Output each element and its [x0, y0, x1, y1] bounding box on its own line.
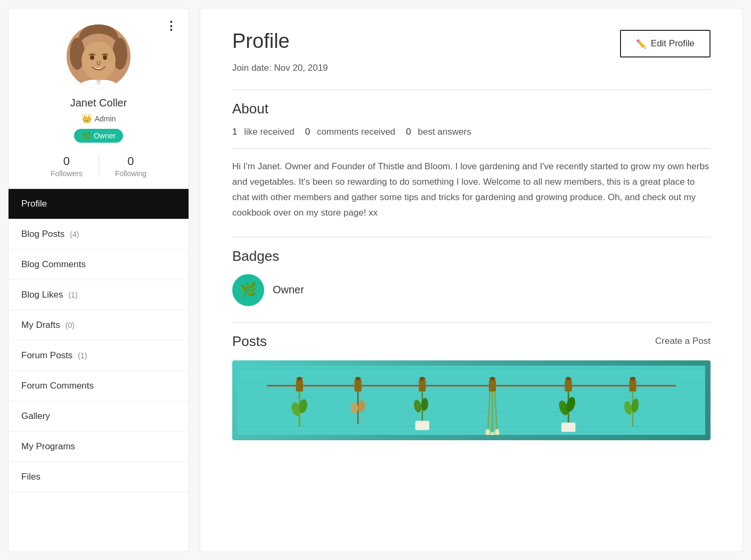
- svg-point-5: [81, 42, 116, 80]
- nav-label: My Programs: [21, 441, 75, 452]
- posts-header: Posts Create a Post: [232, 333, 711, 350]
- sidebar-item-gallery[interactable]: Gallery: [9, 401, 189, 432]
- svg-point-40: [566, 377, 572, 381]
- svg-rect-15: [296, 380, 303, 391]
- leaf-icon-badge: 🌿: [81, 131, 91, 140]
- pencil-icon: ✏️: [636, 39, 647, 49]
- bio-text: Hi I'm Janet. Owner and Founder of Thist…: [232, 159, 711, 221]
- sidebar-item-blog-comments[interactable]: Blog Comments: [9, 250, 189, 280]
- badge-circle: 🌿: [232, 274, 264, 306]
- divider-4: [232, 322, 711, 323]
- nav-count: (0): [66, 321, 75, 330]
- badge-name: Owner: [273, 284, 304, 296]
- followers-count: 0: [63, 154, 70, 168]
- about-title: About: [232, 101, 711, 117]
- follow-stats: 0 Followers 0 Following: [19, 154, 178, 178]
- sidebar-item-profile[interactable]: Profile: [9, 189, 189, 219]
- page-title: Profile: [232, 30, 290, 53]
- nav-label: Profile: [21, 199, 47, 209]
- about-section: About 1 like received0 comments received…: [232, 101, 711, 221]
- svg-point-21: [355, 377, 361, 381]
- nav-label: Files: [21, 472, 40, 482]
- stat-number-2: 0: [406, 127, 411, 137]
- stat-number-0: 1: [232, 127, 237, 137]
- svg-point-32: [489, 377, 495, 381]
- badges-section: Badges 🌿 Owner: [232, 248, 711, 306]
- sidebar-item-blog-likes[interactable]: Blog Likes(1): [9, 280, 189, 310]
- posts-title: Posts: [232, 333, 267, 350]
- svg-rect-44: [561, 422, 575, 432]
- profile-area: ⋮: [9, 9, 189, 189]
- owner-badge: 🌿 Owner: [74, 129, 123, 143]
- nav-label: Forum Posts: [21, 350, 72, 361]
- crown-icon: 👑: [81, 113, 92, 123]
- nav-label: Blog Likes: [21, 290, 63, 300]
- nav-label: Gallery: [21, 411, 50, 422]
- svg-rect-25: [419, 380, 426, 391]
- following-label: Following: [115, 169, 146, 178]
- edit-profile-button[interactable]: ✏️ Edit Profile: [620, 30, 711, 57]
- svg-point-46: [630, 377, 635, 381]
- posts-section: Posts Create a Post: [232, 333, 711, 440]
- nav-label: My Drafts: [21, 320, 60, 331]
- svg-rect-20: [355, 380, 362, 391]
- admin-label: Admin: [95, 114, 116, 123]
- sidebar-item-forum-posts[interactable]: Forum Posts(1): [9, 341, 189, 371]
- svg-point-6: [90, 55, 94, 60]
- nav-label: Blog Comments: [21, 259, 86, 270]
- sidebar-nav: ProfileBlog Posts(4)Blog CommentsBlog Li…: [9, 189, 189, 492]
- svg-point-7: [103, 55, 107, 60]
- sidebar-item-blog-posts[interactable]: Blog Posts(4): [9, 219, 189, 250]
- join-date: Join date: Nov 20, 2019: [232, 63, 711, 73]
- nav-label: Blog Posts: [21, 229, 64, 240]
- svg-rect-28: [415, 421, 429, 430]
- sidebar-item-forum-comments[interactable]: Forum Comments: [9, 371, 189, 401]
- svg-point-16: [297, 377, 303, 381]
- followers-label: Followers: [51, 169, 83, 178]
- nav-label: Forum Comments: [21, 381, 94, 391]
- svg-rect-39: [565, 380, 572, 391]
- following-count: 0: [127, 154, 134, 168]
- main-content: Profile ✏️ Edit Profile Join date: Nov 2…: [200, 8, 743, 552]
- svg-point-26: [419, 377, 425, 381]
- user-name: Janet Coller: [70, 97, 127, 109]
- followers-stat[interactable]: 0 Followers: [35, 154, 99, 178]
- nav-count: (1): [68, 291, 77, 299]
- following-stat[interactable]: 0 Following: [99, 154, 162, 178]
- sidebar-item-my-drafts[interactable]: My Drafts(0): [9, 310, 189, 341]
- sidebar-item-files[interactable]: Files: [9, 462, 189, 492]
- about-stats: 1 like received0 comments received0 best…: [232, 127, 711, 137]
- sidebar-item-my-programs[interactable]: My Programs: [9, 432, 189, 462]
- nav-count: (4): [70, 230, 79, 238]
- svg-rect-31: [489, 380, 496, 391]
- badge-item: 🌿 Owner: [232, 274, 711, 306]
- owner-label: Owner: [94, 131, 116, 140]
- main-header: Profile ✏️ Edit Profile: [232, 30, 711, 57]
- badge-leaf-icon: 🌿: [240, 282, 257, 298]
- create-post-link[interactable]: Create a Post: [655, 336, 711, 347]
- stat-number-1: 0: [305, 127, 310, 137]
- post-image: [232, 360, 711, 440]
- about-stat-1: 0 comments received: [305, 127, 396, 137]
- stat-label-2: best answers: [418, 127, 471, 137]
- edit-profile-label: Edit Profile: [651, 38, 695, 49]
- admin-badge: 👑 Admin: [81, 113, 116, 123]
- nav-count: (1): [78, 351, 87, 360]
- badges-title: Badges: [232, 248, 711, 265]
- about-stat-2: 0 best answers: [406, 127, 471, 137]
- divider-1: [232, 89, 711, 90]
- about-stat-0: 1 like received: [232, 127, 295, 137]
- avatar: [67, 24, 130, 88]
- stat-label-1: comments received: [317, 127, 395, 137]
- svg-rect-45: [629, 380, 636, 391]
- divider-2: [232, 148, 711, 149]
- stat-label-0: like received: [244, 127, 295, 137]
- sidebar: ⋮: [8, 8, 189, 552]
- options-menu-button[interactable]: ⋮: [165, 19, 178, 33]
- divider-3: [232, 237, 711, 237]
